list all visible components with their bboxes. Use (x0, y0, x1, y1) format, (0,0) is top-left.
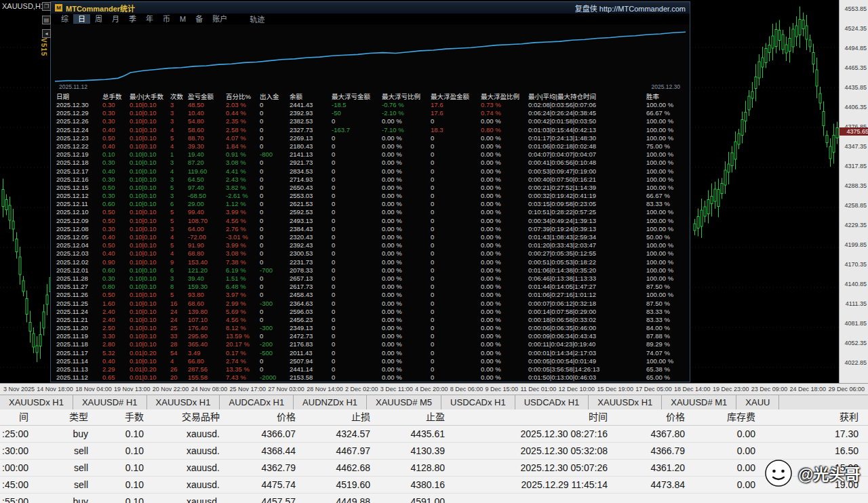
symbol-tab[interactable]: XAUUSDx H1 (0, 395, 73, 409)
stats-cell: 0 (260, 159, 290, 167)
ea-version-label: V515 (40, 38, 47, 56)
stats-cell: 3.99 % (226, 208, 260, 216)
stats-cell: 2.40 (102, 316, 130, 324)
stats-row[interactable]: 2025.11.182.800.10|0.1028365.4020.17 %-2… (56, 340, 688, 348)
symbol-tab[interactable]: XAUUSDx H1 (589, 395, 662, 409)
symbol-tab[interactable]: AUDNZDx H1 (294, 395, 367, 409)
scroll-arrow-icon[interactable]: ◂ (42, 29, 51, 38)
stats-row[interactable]: 2025.12.300.300.10|0.10348.502.03 %02441… (56, 101, 688, 109)
stats-cell: -300 (260, 300, 290, 308)
stats-row[interactable]: 2025.12.150.500.10|0.10597.403.82 %02650… (56, 184, 688, 192)
stats-row[interactable]: 2025.11.212.400.10|0.1024107.104.56 %024… (56, 316, 688, 324)
stats-row[interactable]: 2025.11.140.400.10|0.10466.802.74 %02507… (56, 357, 688, 365)
stats-row[interactable]: 2025.12.190.100.10|0.10119.400.91 %-8002… (56, 150, 688, 159)
stats-row[interactable]: 2025.12.290.300.10|0.10310.400.44 %02392… (56, 109, 688, 117)
stats-row[interactable]: 2025.11.202.500.10|0.1025176.408.12 %-30… (56, 324, 688, 332)
stats-cell: 4 (170, 233, 188, 241)
trade-row[interactable]: :30:00sell0.10xauusd.4368.444467.974130.… (0, 443, 868, 460)
symbol-tab[interactable]: XAUUSDx H1 (147, 395, 220, 409)
symbol-tab[interactable]: USDCADx H1 (515, 395, 589, 409)
time-axis[interactable]: 3 Nov 202514 Nov 18:0018 Nov 04:0019 Nov… (0, 383, 868, 395)
stats-cell: 100.00 % (646, 258, 688, 266)
menu-item-账户[interactable]: 账户 (208, 14, 232, 24)
stats-row[interactable]: 2025.12.100.500.10|0.10599.403.99 %02592… (56, 208, 688, 216)
stats-cell: 0.00 % (382, 340, 431, 348)
stats-row[interactable]: 2025.11.260.500.10|0.10593.803.97 %02458… (56, 291, 688, 299)
panel-title-bar[interactable]: M MTCommander统计 复盘侠 http://MTCommander.c… (51, 2, 690, 14)
stats-row[interactable]: 2025.12.110.600.10|0.10629.001.12 %02621… (56, 200, 688, 208)
symbol-tab[interactable]: AUDCADx H1 (220, 395, 294, 409)
menu-item-备[interactable]: 备 (191, 14, 208, 24)
trade-cell: 4457.57 (229, 494, 305, 503)
trade-terminal-table: 间类型手数交易品种价格止损止盈时间价格库存费获利:25:00buy0.10xau… (0, 409, 868, 503)
stats-row[interactable]: 2025.12.020.900.10|0.109153.407.38 %0223… (56, 258, 688, 266)
stats-row[interactable]: 2025.12.010.600.10|0.106121.206.19 %-700… (56, 266, 688, 275)
stats-cell: 54.80 (188, 117, 226, 125)
trade-row[interactable]: :55:00buy0.10xauusd.4457.574449.884591.0… (0, 494, 868, 503)
stats-row[interactable]: 2025.12.260.300.10|0.10354.802.35 %02382… (56, 117, 688, 125)
stats-cell: 0:00:51|0:05:53|0:18:22 (528, 258, 646, 266)
price-axis[interactable]: 4375.65 4553.854524.354494.854465.354435… (839, 0, 868, 383)
stats-row[interactable]: 2025.11.251.600.10|0.101668.602.99 %-300… (56, 300, 688, 308)
stats-cell: 0 (332, 291, 382, 299)
stats-row[interactable]: 2025.11.270.800.10|0.108159.306.48 %0261… (56, 283, 688, 291)
menu-item-M[interactable]: M (175, 14, 191, 24)
trade-row[interactable]: :45:00sell0.10xauusd.4475.744519.604380.… (0, 477, 868, 494)
mtcommander-panel[interactable]: M MTCommander统计 复盘侠 http://MTCommander.c… (50, 1, 690, 382)
stats-cell: 5 (170, 208, 188, 216)
stats-row[interactable]: 2025.11.132.290.01|0.2026287.5613.35 %02… (56, 365, 688, 374)
symbol-tab[interactable]: XAUU (736, 395, 779, 409)
menu-item-季[interactable]: 季 (124, 14, 141, 24)
stats-row[interactable]: 2025.12.160.300.10|0.10364.502.43 %02714… (56, 176, 688, 184)
stats-cell: 3.82 % (226, 184, 260, 192)
stats-cell: 287.56 (188, 365, 226, 374)
menu-item-月[interactable]: 月 (107, 14, 124, 24)
stats-row[interactable]: 2025.12.170.400.10|0.104119.604.41 %0283… (56, 167, 688, 176)
price-axis-label: 4229.35 (844, 222, 867, 228)
menu-item-track[interactable]: 轨迹 (250, 14, 264, 24)
stats-cell: 2025.12.01 (56, 266, 102, 275)
stats-cell: 0.00 % (481, 324, 528, 332)
stats-row[interactable]: 2025.12.120.300.10|0.103-68.50-2.61 %025… (56, 192, 688, 200)
symbol-tab[interactable]: XAUUSD# M5 (367, 395, 441, 409)
trade-cell: 4475.74 (229, 477, 305, 493)
trade-row[interactable]: :00:00sell0.10xauusd.4362.794462.684128.… (0, 460, 868, 477)
stats-cell: 100.00 % (646, 241, 688, 249)
stats-row[interactable]: 2025.11.280.300.10|0.10339.401.51 %02657… (56, 275, 688, 283)
stats-row[interactable]: 2025.12.080.300.10|0.10364.002.76 %02384… (56, 225, 688, 233)
grid-icon[interactable]: ▤ (42, 16, 51, 24)
menu-item-年[interactable]: 年 (141, 14, 158, 24)
time-axis-label: 24 Nov 08:00 (191, 386, 228, 393)
stats-cell: 0 (431, 266, 481, 275)
stats-row[interactable]: 2025.11.175.320.01|0.20543.490.17 %-5002… (56, 349, 688, 357)
stats-row[interactable]: 2025.12.180.300.10|0.10387.203.08 %02921… (56, 159, 688, 167)
stats-cell: 0.00 % (382, 258, 431, 266)
stats-row[interactable]: 2025.11.242.400.10|0.1024139.805.69 %025… (56, 308, 688, 316)
stats-row[interactable]: 2025.11.193.300.10|0.1033295.9013.59 %02… (56, 332, 688, 340)
trade-row[interactable]: :25:00buy0.10xauusd.4366.074324.574435.6… (0, 426, 868, 443)
stats-row[interactable]: 2025.12.230.500.10|0.10588.704.07 %02269… (56, 134, 688, 142)
menu-item-周[interactable]: 周 (90, 14, 107, 24)
stats-cell: 0:04:07|0:04:07|0:04:07 (528, 150, 646, 159)
menu-item-日[interactable]: 日 (73, 14, 90, 24)
stats-cell: 0.00 % (382, 365, 431, 374)
menu-item-币[interactable]: 币 (158, 14, 175, 24)
stats-row[interactable]: 2025.12.050.400.10|0.104-72.00-3.01 %023… (56, 233, 688, 241)
stats-cell: 2025.12.22 (56, 142, 102, 150)
symbol-tab[interactable]: USDCADx H1 (441, 395, 515, 409)
brand-link[interactable]: 复盘侠 http://MTCommander.com (575, 3, 686, 14)
window-restore-icon[interactable]: ❐ (42, 2, 51, 11)
stats-row[interactable]: 2025.12.220.400.10|0.10439.301.84 %02180… (56, 142, 688, 150)
stats-cell: 0.40 (102, 357, 130, 365)
stats-row[interactable]: 2025.12.030.400.10|0.10468.803.08 %02300… (56, 249, 688, 258)
stats-row[interactable]: 2025.12.240.400.10|0.10458.602.58 %02327… (56, 126, 688, 134)
symbol-tab[interactable]: XAUUSD# H1 (73, 395, 147, 409)
stats-row[interactable]: 2025.11.120.650.01|0.1020155.587.43 %-20… (56, 374, 688, 382)
menu-item-综[interactable]: 综 (56, 14, 73, 24)
stats-cell: 2382.53 (290, 117, 332, 125)
stats-cell: 0.10|0.10 (130, 150, 170, 159)
symbol-tab[interactable]: XAUUSD# M1 (662, 395, 736, 409)
stats-row[interactable]: 2025.12.040.500.10|0.10591.903.99 %02392… (56, 241, 688, 249)
stats-cell: 29.00 (188, 200, 226, 208)
stats-row[interactable]: 2025.12.090.500.10|0.105108.704.56 %0249… (56, 217, 688, 225)
